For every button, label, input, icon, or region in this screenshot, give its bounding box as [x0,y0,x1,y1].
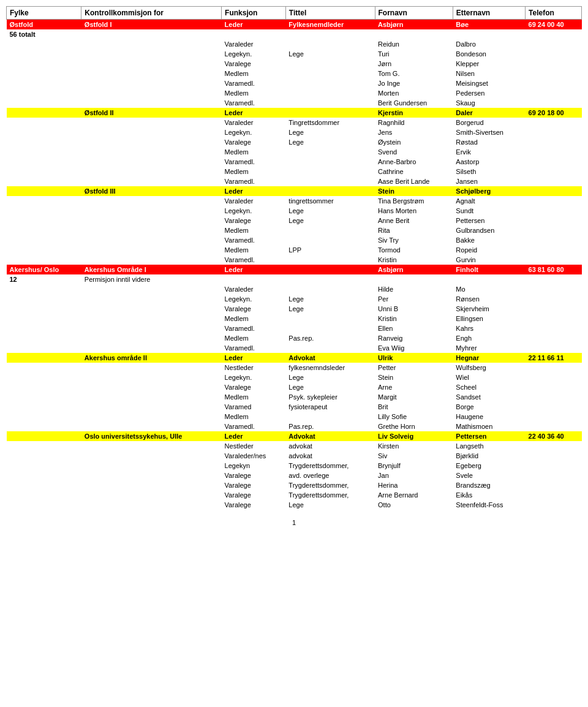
table-row: Oslo universitetssykehus, UlleLederAdvok… [7,431,582,441]
table-row: MedlemMortenPedersen [7,88,582,98]
table-row: 56 totalt [7,29,582,39]
table-row: VaralegeLegeUnni BSkjervheim [7,304,582,314]
table-row: VaralegeLegeArneScheel [7,382,582,392]
col-etternavn: Etternavn [453,7,525,20]
table-row: Varamedl.Eva WiigMyhrer [7,343,582,353]
table-row: VaralegeTrygderettsdommer,Arne BernardEi… [7,490,582,500]
table-row: Varamedl.Siv TryBakke [7,235,582,245]
fylke-cell: Østfold [7,20,81,30]
col-tittel: Tittel [285,7,375,20]
total-cell: 12 [7,274,81,284]
table-row: Varamedl.Aase Berit LandeJansen [7,176,582,186]
table-row: MedlemLPPTormodRopeid [7,245,582,255]
table-row: Legekyn.LegeSteinWiel [7,372,582,382]
table-row: Legekyn.LegePerRønsen [7,294,582,304]
page-number: 1 [6,519,582,526]
col-fornavn: Fornavn [375,7,453,20]
table-row: MedlemPsyk. sykepleierMargitSandset [7,392,582,402]
table-row: Legekyn.LegeHans MortenSundt [7,206,582,216]
table-row: Østfold IILederKjerstinDaler69 20 18 00 [7,108,582,118]
table-row: Legekyn.LegeJensSmith-Sivertsen [7,127,582,137]
table-row: VaraledertingrettsommerTina BergstrømAgn… [7,196,582,206]
table-row: Varamedl.Jo IngeMeisingset [7,78,582,88]
table-row: VaralegeJørnKlepper [7,59,582,69]
table-row: Akershus område IILederAdvokatUlrikHegna… [7,353,582,363]
table-row: MedlemKristinEllingsen [7,314,582,323]
fylke-cell: Akershus/ Oslo [7,265,81,274]
table-row: Varalegeavd. overlegeJanSvele [7,471,582,480]
table-row: Varaleder/nesadvokatSivBjørklid [7,451,582,461]
total-cell: 56 totalt [7,29,81,39]
table-row: VaralederReidunDalbro [7,39,582,49]
table-row: MedlemRitaGulbrandsen [7,225,582,235]
table-row: MedlemLilly SofieHaugene [7,412,582,422]
table-row: Varamedl.Pas.rep.Grethe HornMathismoen [7,422,582,431]
kontrollkommisjon-cell: Akershus Område I [81,265,222,274]
table-row: MedlemPas.rep.RanveigEngh [7,333,582,343]
table-row: VaralegeLegeØysteinRøstad [7,137,582,147]
table-row: LegekynTrygderettsdommer,BrynjulfEgeberg [7,461,582,471]
table-header: Fylke Kontrollkommisjon for Funksjon Tit… [7,7,582,20]
table-row: Varamedl.Berit GundersenSkaug [7,98,582,108]
table-row: MedlemTom G.Nilsen [7,69,582,78]
table-row: Akershus/ OsloAkershus Område ILederAsbj… [7,265,582,274]
table-row: VaralederHildeMo [7,284,582,294]
table-row: VaralegeLegeAnne BeritPettersen [7,216,582,225]
table-row: MedlemCathrineSilseth [7,167,582,176]
table-row: Legekyn.LegeTuriBondeson [7,49,582,59]
col-fylke: Fylke [7,7,81,20]
table-row: VaramedfysioterapeutBritBorge [7,402,582,412]
col-telefon: Telefon [526,7,582,20]
table-row: Varamedl.KristinGurvin [7,255,582,265]
table-row: VaralederTingrettsdommerRagnhildBorgerud [7,118,582,127]
col-kontroll: Kontrollkommisjon for [81,7,222,20]
table-row: MedlemSvendErvik [7,147,582,157]
table-row: ØstfoldØstfold ILederFylkesnemdlederAsbj… [7,20,582,30]
table-row: VaralegeLegeOttoSteenfeldt-Foss [7,500,582,510]
table-row: Østfold IIILederSteinSchjølberg [7,186,582,196]
table-row: VaralegeTrygderettsdommer,HerinaBrandszæ… [7,480,582,490]
table-row: NestlederadvokatKirstenLangseth [7,441,582,451]
table-row: Varamedl.EllenKahrs [7,323,582,333]
table-row: 12Permisjon inntil videre [7,274,582,284]
col-funksjon: Funksjon [222,7,286,20]
table-row: Varamedl.Anne-BarbroAastorp [7,157,582,167]
table-row: NestlederfylkesnemndslederPetterWulfsber… [7,363,582,372]
kontrollkommisjon-cell: Østfold I [81,20,222,30]
